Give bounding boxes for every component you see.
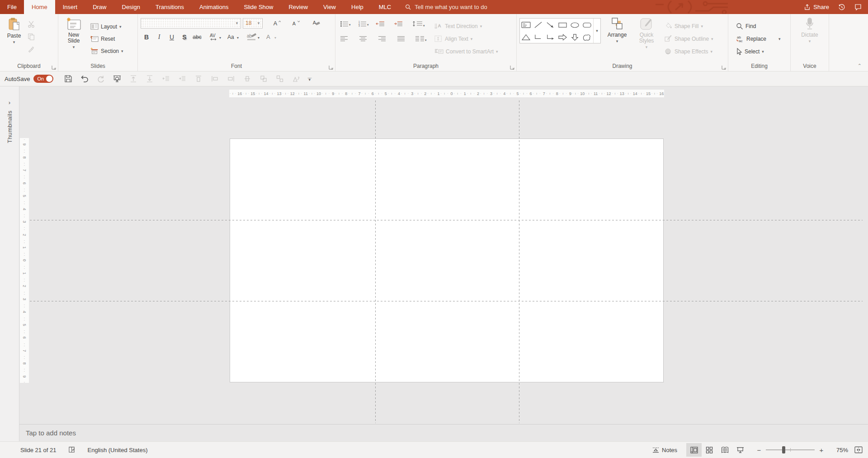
notes-toggle-button[interactable]: Notes (652, 447, 677, 453)
font-name-combobox[interactable]: ▾ (141, 18, 241, 29)
arrange-button[interactable]: Arrange ▾ (604, 16, 630, 62)
group-objects-icon[interactable] (257, 73, 270, 85)
customize-qat-button[interactable]: —▾ (307, 77, 311, 81)
ungroup-objects-icon[interactable] (273, 73, 287, 85)
shape-outline-button[interactable]: Shape Outline ▾ (663, 33, 715, 44)
language-status[interactable]: English (United States) (88, 447, 148, 453)
align-middle-icon[interactable] (241, 73, 254, 85)
clipboard-dialog-launcher[interactable] (52, 65, 56, 69)
tab-animations[interactable]: Animations (192, 0, 236, 14)
layout-button[interactable]: Layout ▾ (89, 21, 125, 32)
find-button[interactable]: Find (735, 20, 788, 32)
section-button[interactable]: Section ▾ (89, 45, 125, 57)
horizontal-guide-bottom[interactable] (30, 301, 863, 301)
horizontal-ruler[interactable]: ·ı·16·ı·15·ı·14·ı·13·ı·12·ı·11·ı·10·ı·9·… (229, 90, 664, 97)
shape-oval-icon[interactable] (569, 19, 581, 31)
fit-slide-to-window-button[interactable] (854, 446, 863, 453)
start-slideshow-icon[interactable] (110, 73, 124, 85)
text-direction-button[interactable]: A Text Direction ▾ (433, 20, 500, 32)
tab-mlc[interactable]: MLC (371, 0, 399, 14)
zoom-out-button[interactable]: − (756, 446, 762, 454)
shapes-gallery-more-button[interactable]: ▾ (593, 19, 600, 43)
new-slide-button[interactable]: New Slide ▾ (61, 16, 86, 62)
shape-elbow-connector-icon[interactable] (532, 31, 544, 43)
collapse-ribbon-button[interactable]: ⌃ (858, 63, 862, 69)
replace-caret[interactable]: ▾ (778, 37, 781, 41)
bullets-button[interactable]: ▾ (338, 19, 354, 29)
notes-pane[interactable]: Tap to add notes (19, 424, 868, 441)
justify-button[interactable] (395, 33, 407, 44)
tab-design[interactable]: Design (114, 0, 148, 14)
character-spacing-button[interactable]: AV▾ (208, 32, 225, 43)
save-icon[interactable] (61, 73, 75, 85)
align-right-button[interactable] (376, 33, 388, 44)
move-object-up-icon[interactable] (127, 73, 140, 85)
zoom-slider-handle[interactable] (782, 446, 785, 453)
tab-file[interactable]: File (0, 0, 24, 14)
increase-indent-button[interactable] (392, 19, 404, 29)
underline-button[interactable]: U (166, 32, 178, 43)
align-center-button[interactable] (357, 33, 369, 44)
slide-sorter-view-button[interactable] (702, 443, 717, 457)
shape-effects-button[interactable]: Shape Effects ▾ (663, 46, 715, 57)
copy-icon[interactable] (25, 31, 37, 42)
text-highlight-button[interactable]: ab▾ (245, 32, 263, 43)
quick-styles-button[interactable]: Quick Styles ▾ (633, 16, 660, 62)
dictate-button[interactable]: Dictate ▾ (796, 16, 823, 62)
tab-draw[interactable]: Draw (85, 0, 114, 14)
spell-check-status-icon[interactable] (68, 446, 76, 453)
decrease-font-size-button[interactable]: A (290, 18, 302, 29)
columns-button[interactable]: ▾ (413, 33, 429, 44)
tell-me-search[interactable]: Tell me what you want to do (405, 0, 487, 14)
align-text-button[interactable]: Align Text ▾ (433, 33, 500, 44)
font-color-button[interactable]: A▾ (264, 32, 280, 43)
increase-list-level-icon[interactable] (175, 73, 189, 85)
text-shadow-button[interactable]: S (179, 32, 190, 43)
drawing-dialog-launcher[interactable] (722, 65, 726, 69)
vertical-ruler[interactable]: -9--8--7--6--5--4--3--2--1--0--1--2--3--… (20, 138, 29, 383)
paragraph-dialog-launcher[interactable] (510, 65, 514, 69)
font-size-combobox[interactable]: 18 ▾ (243, 18, 263, 29)
reading-view-button[interactable] (717, 443, 732, 457)
zoom-percent[interactable]: 75% (830, 447, 848, 453)
shape-elbow-arrow-connector-icon[interactable] (544, 31, 557, 43)
redo-icon[interactable] (94, 73, 108, 85)
tab-transitions[interactable]: Transitions (148, 0, 192, 14)
thumbnails-panel-label[interactable]: Thumbnails (6, 110, 13, 143)
comments-icon[interactable] (854, 4, 862, 10)
font-dialog-launcher[interactable] (329, 65, 333, 69)
shape-freeform-icon[interactable] (581, 31, 593, 43)
numbering-button[interactable]: 123▾ (356, 19, 372, 29)
slide-canvas[interactable] (230, 138, 664, 382)
vertical-guide-right[interactable] (519, 100, 519, 423)
shape-line-arrow-icon[interactable] (544, 19, 557, 31)
tab-home[interactable]: Home (24, 0, 55, 14)
tab-insert[interactable]: Insert (55, 0, 85, 14)
shape-rounded-rectangle-icon[interactable] (581, 19, 593, 31)
replace-button[interactable]: abac Replace ▾ (735, 33, 788, 44)
shape-fill-button[interactable]: Shape Fill ▾ (663, 20, 715, 32)
line-spacing-button[interactable]: ▾ (410, 19, 427, 29)
vertical-guide-left[interactable] (375, 100, 376, 423)
shape-down-arrow-icon[interactable] (569, 31, 581, 43)
shape-line-icon[interactable] (532, 19, 544, 31)
decrease-list-level-icon[interactable] (159, 73, 173, 85)
zoom-in-button[interactable]: + (818, 446, 825, 454)
align-top-icon[interactable] (192, 73, 205, 85)
change-case-button[interactable]: Aa▾ (226, 32, 242, 43)
align-left-button[interactable] (338, 33, 350, 44)
zoom-slider[interactable] (766, 449, 815, 450)
convert-to-smartart-button[interactable]: Convert to SmartArt ▾ (433, 46, 500, 57)
slide-indicator[interactable]: Slide 21 of 21 (20, 447, 57, 453)
undo-icon[interactable] (78, 73, 91, 85)
version-history-icon[interactable] (838, 4, 845, 11)
cut-icon[interactable] (25, 19, 37, 29)
bold-button[interactable]: B (141, 32, 152, 43)
shape-isosceles-triangle-icon[interactable] (520, 31, 532, 43)
autosave-toggle[interactable]: On (33, 75, 53, 83)
decrease-indent-button[interactable] (374, 19, 386, 29)
normal-view-button[interactable] (686, 443, 702, 457)
tab-review[interactable]: Review (281, 0, 316, 14)
tab-help[interactable]: Help (344, 0, 371, 14)
share-button[interactable]: Share (804, 4, 829, 10)
